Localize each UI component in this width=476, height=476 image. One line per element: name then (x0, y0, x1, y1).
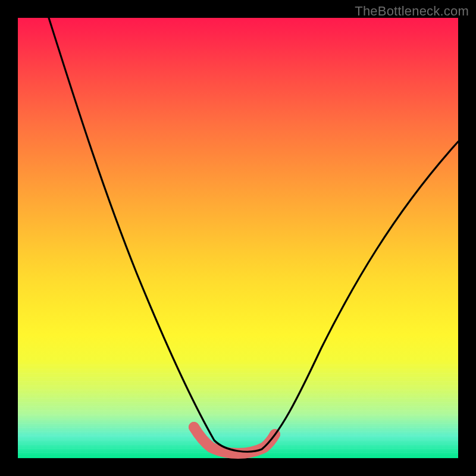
marker-dot-left (189, 422, 199, 433)
main-curve-path (49, 18, 458, 452)
outer-frame: TheBottleneck.com (0, 0, 476, 476)
bottleneck-curve (18, 18, 458, 458)
watermark-text: TheBottleneck.com (355, 4, 469, 19)
gradient-plot-area (18, 18, 458, 458)
